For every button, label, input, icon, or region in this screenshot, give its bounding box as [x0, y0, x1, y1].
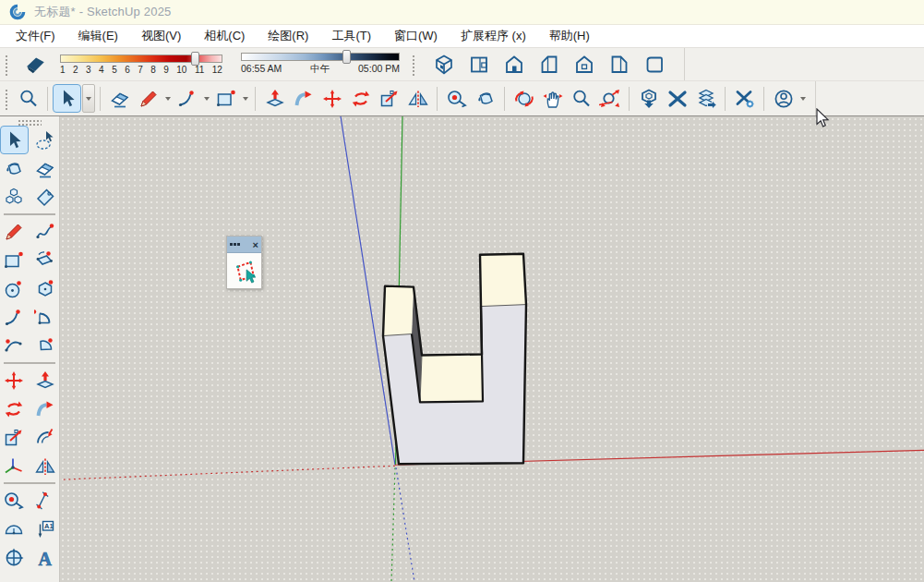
axes-button[interactable]: [0, 452, 29, 480]
eraser-button[interactable]: [31, 154, 60, 183]
account-button[interactable]: [769, 84, 798, 113]
modeling-viewport[interactable]: ×: [60, 116, 924, 582]
back-view-button[interactable]: [570, 51, 597, 78]
extension-manager-button[interactable]: [730, 84, 759, 113]
model-notch-floor-face[interactable]: [420, 354, 483, 402]
3d-text-button[interactable]: [31, 543, 60, 572]
menu-camera[interactable]: 相机(C): [196, 25, 253, 47]
arc-dropdown[interactable]: [201, 85, 211, 112]
palette-title-bar[interactable]: ×: [227, 236, 261, 253]
get-models-button[interactable]: [634, 84, 663, 113]
rectangle-button[interactable]: [211, 84, 240, 113]
menu-tools[interactable]: 工具(T): [323, 25, 379, 47]
menu-extensions[interactable]: 扩展程序 (x): [452, 25, 534, 47]
zoom-button[interactable]: [567, 84, 595, 113]
push-pull-button[interactable]: [260, 84, 289, 113]
model-left-prong-top-face[interactable]: [383, 286, 414, 336]
pie-button[interactable]: [31, 332, 60, 360]
3d-text-icon: [34, 547, 56, 569]
tape-measure-button[interactable]: [442, 84, 471, 113]
line-button[interactable]: [134, 84, 162, 113]
move-button[interactable]: [318, 84, 346, 113]
follow-me-button[interactable]: [289, 84, 318, 113]
menu-file[interactable]: 文件(F): [7, 25, 64, 47]
floating-tool-palette[interactable]: ×: [226, 236, 262, 289]
select-button[interactable]: [0, 126, 29, 154]
orbit-button[interactable]: [510, 84, 538, 113]
account-icon: [773, 88, 795, 110]
lasso-select-button[interactable]: [31, 126, 60, 154]
zoom-extents-button[interactable]: [595, 84, 624, 113]
account-dropdown[interactable]: [798, 85, 808, 112]
left-view-button[interactable]: [606, 51, 632, 78]
time-slider-track[interactable]: [241, 53, 400, 61]
paint-bucket-button[interactable]: [471, 84, 499, 113]
follow-me-button[interactable]: [31, 394, 60, 423]
scale-button[interactable]: [375, 84, 403, 113]
time-slider-handle[interactable]: [342, 50, 351, 64]
sidebar-tool-row: [0, 332, 60, 360]
menu-view[interactable]: 视图(V): [133, 25, 189, 47]
extension-warehouse-button[interactable]: [663, 84, 691, 113]
rotate-button[interactable]: [0, 394, 29, 423]
toolbar-separator: [763, 87, 764, 111]
select-dropdown[interactable]: [82, 84, 95, 113]
text-button[interactable]: [31, 515, 60, 543]
palette-close-button[interactable]: ×: [253, 240, 258, 249]
menu-help[interactable]: 帮助(H): [541, 25, 598, 47]
send-to-layout-button[interactable]: [691, 84, 720, 113]
eraser-button[interactable]: [105, 84, 134, 113]
top-view-button[interactable]: [465, 51, 492, 78]
arc-button[interactable]: [0, 303, 29, 332]
three-point-arc-button[interactable]: [0, 332, 29, 360]
protractor-button[interactable]: [0, 515, 29, 543]
rotate-button[interactable]: [346, 84, 375, 113]
iso-view-button[interactable]: [430, 51, 457, 78]
select-button[interactable]: [53, 84, 81, 113]
date-tick: 3: [86, 65, 91, 75]
flip-button[interactable]: [31, 452, 60, 480]
make-component-button[interactable]: [0, 183, 29, 212]
menu-window[interactable]: 窗口(W): [386, 25, 446, 47]
line-dropdown[interactable]: [162, 85, 173, 112]
arc-from-center-icon: [34, 307, 56, 329]
paint-bucket-button[interactable]: [0, 154, 29, 183]
bottom-view-button[interactable]: [641, 51, 667, 78]
menu-edit[interactable]: 编辑(E): [70, 25, 126, 47]
arc-button[interactable]: [173, 84, 201, 113]
move-button[interactable]: [0, 366, 29, 394]
date-slider-track[interactable]: [60, 55, 222, 63]
front-view-button[interactable]: [500, 51, 527, 78]
flip-button[interactable]: [403, 84, 432, 113]
date-slider-handle[interactable]: [191, 52, 199, 66]
model-right-prong-top-face[interactable]: [480, 254, 526, 307]
search-button[interactable]: [14, 84, 42, 113]
protractor-icon: [3, 518, 25, 540]
rotated-rectangle-button[interactable]: [31, 246, 60, 274]
time-slider-labels: 06:55 AM中午05:00 PM: [241, 63, 400, 76]
push-pull-button[interactable]: [31, 366, 60, 394]
arc-from-center-button[interactable]: [31, 303, 60, 332]
shadows-toggle-button[interactable]: [19, 51, 51, 79]
toolbar-grip[interactable]: [18, 119, 42, 126]
menu-draw[interactable]: 绘图(R): [259, 25, 317, 47]
palette-tool-button[interactable]: [227, 253, 261, 288]
circle-button[interactable]: [0, 274, 29, 303]
pan-button[interactable]: [538, 84, 567, 113]
toolbar-grip[interactable]: [411, 54, 416, 76]
right-view-button[interactable]: [535, 51, 562, 78]
offset-button[interactable]: [31, 423, 60, 452]
look-around-button[interactable]: [0, 543, 29, 572]
dimension-button[interactable]: [31, 486, 60, 515]
toolbar-grip[interactable]: [4, 88, 9, 110]
freehand-button[interactable]: [31, 217, 60, 246]
line-button[interactable]: [0, 217, 29, 246]
tag-button[interactable]: [31, 183, 60, 212]
toolbar-grip[interactable]: [4, 54, 9, 76]
rectangle-button[interactable]: [0, 246, 29, 274]
zoom-extents-icon: [599, 88, 621, 110]
rectangle-dropdown[interactable]: [240, 85, 250, 112]
scale-button[interactable]: [0, 423, 29, 452]
polygon-button[interactable]: [31, 274, 60, 303]
tape-measure-button[interactable]: [0, 486, 29, 515]
